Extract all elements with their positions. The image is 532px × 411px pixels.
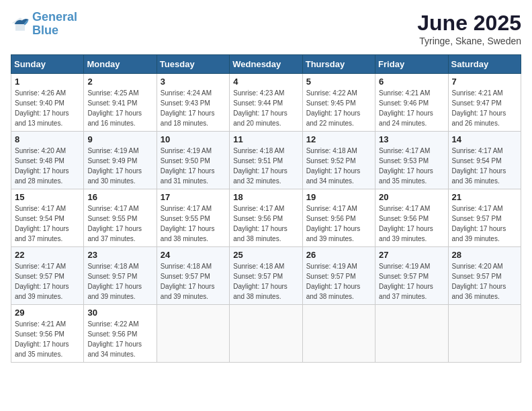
day-detail: Sunrise: 4:21 AM Sunset: 9:56 PM Dayligh… (15, 319, 80, 359)
page-header: General Blue June 2025 Tyringe, Skane, S… (11, 11, 521, 46)
day-detail: Sunrise: 4:21 AM Sunset: 9:47 PM Dayligh… (452, 88, 517, 128)
calendar-cell: 11 Sunrise: 4:18 AM Sunset: 9:51 PM Dayl… (230, 132, 302, 189)
calendar-cell: 17 Sunrise: 4:17 AM Sunset: 9:55 PM Dayl… (157, 189, 229, 247)
calendar-cell: 14 Sunrise: 4:17 AM Sunset: 9:54 PM Dayl… (448, 132, 521, 189)
subtitle: Tyringe, Skane, Sweden (417, 36, 521, 46)
calendar-cell (157, 305, 229, 363)
day-number: 3 (161, 77, 226, 87)
day-detail: Sunrise: 4:18 AM Sunset: 9:57 PM Dayligh… (161, 261, 226, 302)
day-number: 9 (87, 134, 152, 144)
calendar-cell: 15 Sunrise: 4:17 AM Sunset: 9:54 PM Dayl… (11, 189, 84, 247)
calendar-cell: 12 Sunrise: 4:18 AM Sunset: 9:52 PM Dayl… (302, 132, 375, 189)
calendar-cell: 1 Sunrise: 4:26 AM Sunset: 9:40 PM Dayli… (11, 74, 84, 132)
day-detail: Sunrise: 4:17 AM Sunset: 9:56 PM Dayligh… (306, 203, 371, 244)
calendar-cell: 9 Sunrise: 4:19 AM Sunset: 9:49 PM Dayli… (84, 132, 157, 189)
calendar-cell: 27 Sunrise: 4:19 AM Sunset: 9:57 PM Dayl… (375, 247, 448, 305)
day-number: 13 (379, 134, 444, 144)
day-detail: Sunrise: 4:20 AM Sunset: 9:48 PM Dayligh… (15, 146, 80, 186)
calendar-cell: 28 Sunrise: 4:20 AM Sunset: 9:57 PM Dayl… (448, 247, 521, 305)
col-friday: Friday (375, 55, 448, 74)
calendar-cell: 6 Sunrise: 4:21 AM Sunset: 9:46 PM Dayli… (375, 74, 448, 132)
logo-line1: General (32, 10, 77, 24)
day-number: 12 (306, 134, 371, 144)
logo-line2: Blue (32, 24, 58, 37)
day-detail: Sunrise: 4:17 AM Sunset: 9:56 PM Dayligh… (379, 203, 444, 244)
calendar-cell (302, 305, 375, 363)
calendar-header-row: Sunday Monday Tuesday Wednesday Thursday… (11, 55, 521, 74)
day-number: 20 (379, 192, 444, 202)
day-detail: Sunrise: 4:19 AM Sunset: 9:57 PM Dayligh… (306, 261, 371, 302)
day-detail: Sunrise: 4:17 AM Sunset: 9:55 PM Dayligh… (161, 203, 226, 244)
day-detail: Sunrise: 4:19 AM Sunset: 9:57 PM Dayligh… (379, 261, 444, 302)
day-detail: Sunrise: 4:18 AM Sunset: 9:57 PM Dayligh… (233, 261, 298, 302)
logo: General Blue (11, 11, 77, 38)
day-number: 19 (306, 192, 371, 202)
day-number: 23 (87, 250, 152, 260)
day-detail: Sunrise: 4:23 AM Sunset: 9:44 PM Dayligh… (233, 88, 298, 128)
col-saturday: Saturday (448, 55, 521, 74)
day-number: 5 (306, 77, 371, 87)
day-number: 10 (161, 134, 226, 144)
day-detail: Sunrise: 4:17 AM Sunset: 9:55 PM Dayligh… (87, 203, 152, 244)
calendar-cell: 2 Sunrise: 4:25 AM Sunset: 9:41 PM Dayli… (84, 74, 157, 132)
day-number: 2 (87, 77, 152, 87)
calendar-week-4: 22 Sunrise: 4:17 AM Sunset: 9:57 PM Dayl… (11, 247, 521, 305)
col-tuesday: Tuesday (157, 55, 229, 74)
day-number: 24 (161, 250, 226, 260)
calendar-table: Sunday Monday Tuesday Wednesday Thursday… (11, 54, 521, 363)
calendar-cell: 21 Sunrise: 4:17 AM Sunset: 9:57 PM Dayl… (448, 189, 521, 247)
calendar-cell (375, 305, 448, 363)
day-detail: Sunrise: 4:25 AM Sunset: 9:41 PM Dayligh… (87, 88, 152, 128)
day-number: 15 (15, 192, 80, 202)
day-number: 30 (87, 308, 152, 318)
calendar-week-5: 29 Sunrise: 4:21 AM Sunset: 9:56 PM Dayl… (11, 305, 521, 363)
day-detail: Sunrise: 4:17 AM Sunset: 9:56 PM Dayligh… (233, 203, 298, 244)
calendar-cell: 4 Sunrise: 4:23 AM Sunset: 9:44 PM Dayli… (230, 74, 302, 132)
day-detail: Sunrise: 4:17 AM Sunset: 9:57 PM Dayligh… (15, 261, 80, 302)
calendar-cell: 18 Sunrise: 4:17 AM Sunset: 9:56 PM Dayl… (230, 189, 302, 247)
calendar-cell: 26 Sunrise: 4:19 AM Sunset: 9:57 PM Dayl… (302, 247, 375, 305)
calendar-cell: 8 Sunrise: 4:20 AM Sunset: 9:48 PM Dayli… (11, 132, 84, 189)
day-detail: Sunrise: 4:18 AM Sunset: 9:57 PM Dayligh… (87, 261, 152, 302)
day-detail: Sunrise: 4:18 AM Sunset: 9:52 PM Dayligh… (306, 146, 371, 186)
day-detail: Sunrise: 4:20 AM Sunset: 9:57 PM Dayligh… (452, 261, 517, 302)
day-number: 27 (379, 250, 444, 260)
calendar-cell (230, 305, 302, 363)
calendar-cell: 16 Sunrise: 4:17 AM Sunset: 9:55 PM Dayl… (84, 189, 157, 247)
calendar-cell (448, 305, 521, 363)
logo-text: General Blue (32, 11, 77, 38)
day-detail: Sunrise: 4:22 AM Sunset: 9:56 PM Dayligh… (87, 319, 152, 359)
col-monday: Monday (84, 55, 157, 74)
day-detail: Sunrise: 4:18 AM Sunset: 9:51 PM Dayligh… (233, 146, 298, 186)
day-number: 16 (87, 192, 152, 202)
day-detail: Sunrise: 4:17 AM Sunset: 9:53 PM Dayligh… (379, 146, 444, 186)
col-sunday: Sunday (11, 55, 84, 74)
calendar-cell: 10 Sunrise: 4:19 AM Sunset: 9:50 PM Dayl… (157, 132, 229, 189)
day-number: 25 (233, 250, 298, 260)
logo-icon (11, 15, 30, 34)
day-number: 8 (15, 134, 80, 144)
main-title: June 2025 (417, 11, 521, 36)
day-number: 4 (233, 77, 298, 87)
day-detail: Sunrise: 4:17 AM Sunset: 9:57 PM Dayligh… (452, 203, 517, 244)
calendar-week-2: 8 Sunrise: 4:20 AM Sunset: 9:48 PM Dayli… (11, 132, 521, 189)
day-number: 14 (452, 134, 517, 144)
day-number: 17 (161, 192, 226, 202)
day-number: 29 (15, 308, 80, 318)
day-number: 1 (15, 77, 80, 87)
day-number: 28 (452, 250, 517, 260)
day-number: 26 (306, 250, 371, 260)
col-wednesday: Wednesday (230, 55, 302, 74)
calendar-cell: 19 Sunrise: 4:17 AM Sunset: 9:56 PM Dayl… (302, 189, 375, 247)
col-thursday: Thursday (302, 55, 375, 74)
day-number: 21 (452, 192, 517, 202)
day-detail: Sunrise: 4:19 AM Sunset: 9:49 PM Dayligh… (87, 146, 152, 186)
calendar-cell: 22 Sunrise: 4:17 AM Sunset: 9:57 PM Dayl… (11, 247, 84, 305)
calendar-cell: 7 Sunrise: 4:21 AM Sunset: 9:47 PM Dayli… (448, 74, 521, 132)
calendar-cell: 3 Sunrise: 4:24 AM Sunset: 9:43 PM Dayli… (157, 74, 229, 132)
calendar-cell: 20 Sunrise: 4:17 AM Sunset: 9:56 PM Dayl… (375, 189, 448, 247)
calendar-cell: 29 Sunrise: 4:21 AM Sunset: 9:56 PM Dayl… (11, 305, 84, 363)
day-number: 6 (379, 77, 444, 87)
day-detail: Sunrise: 4:21 AM Sunset: 9:46 PM Dayligh… (379, 88, 444, 128)
day-number: 18 (233, 192, 298, 202)
